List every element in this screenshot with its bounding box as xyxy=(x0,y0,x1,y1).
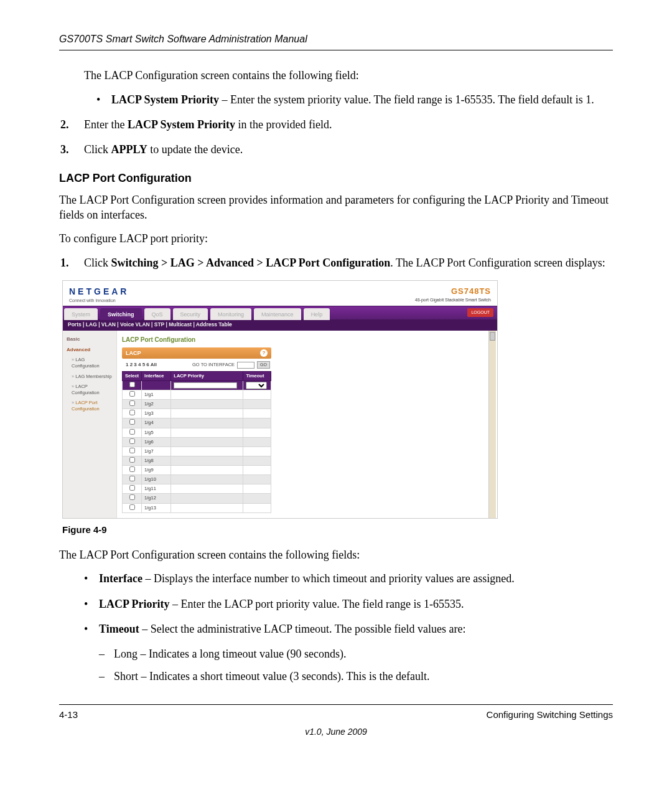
row-select-checkbox[interactable] xyxy=(129,448,135,453)
sidebar-advanced[interactable]: Advanced xyxy=(65,345,114,356)
step-2: 2. Enter the LACP System Priority in the… xyxy=(59,117,613,132)
sidebar-lag-config[interactable]: LAG Configuration xyxy=(65,355,114,371)
timeout-text: – Select the administrative LACP timeout… xyxy=(139,623,466,635)
row-select-checkbox[interactable] xyxy=(129,400,135,406)
table-row: 1/g11 xyxy=(123,484,271,494)
model-name: GS748TS xyxy=(415,286,491,297)
portcfg-paragraph: The LACP Port Configuration screen provi… xyxy=(59,192,613,223)
sidebar-lag-membership[interactable]: LAG Membership xyxy=(65,372,114,382)
step-1: 1. Click Switching > LAG > Advanced > LA… xyxy=(59,255,613,270)
row-select-checkbox[interactable] xyxy=(129,438,135,444)
field-lacp-priority: LACP Priority – Enter the LACP port prio… xyxy=(84,597,613,611)
row-timeout xyxy=(243,475,271,484)
step3-pre: Click xyxy=(84,143,111,156)
scrollbar[interactable] xyxy=(488,331,496,518)
row-timeout xyxy=(243,466,271,475)
row-lacp-priority xyxy=(171,428,243,437)
row-lacp-priority xyxy=(171,437,243,446)
logout-button[interactable]: LOGOUT xyxy=(467,308,493,316)
sys-priority-text: – Enter the system priority value. The f… xyxy=(219,93,594,106)
row-timeout xyxy=(243,446,271,456)
sidebar: Basic Advanced LAG Configuration LAG Mem… xyxy=(63,331,116,518)
timeout-select[interactable] xyxy=(246,382,267,389)
section-heading: LACP Port Configuration xyxy=(59,171,613,186)
scrollbar-thumb[interactable] xyxy=(490,332,495,341)
table-row: 1/g7 xyxy=(123,446,271,456)
sidebar-lacp-config[interactable]: LACP Configuration xyxy=(65,382,114,398)
step1b-pre: Click xyxy=(84,257,111,269)
goto-interface-input[interactable] xyxy=(237,362,254,369)
main-panel: LACP Port Configuration LACP ? 1 2 3 4 5… xyxy=(116,331,497,518)
step2-post: in the provided field. xyxy=(235,118,332,131)
row-interface: 1/g1 xyxy=(142,390,171,400)
lacp-priority-input[interactable] xyxy=(174,382,237,389)
tab-maintenance[interactable]: Maintenance xyxy=(254,308,301,320)
lacp-priority-text: – Enter the LACP port priority value. Th… xyxy=(169,598,464,610)
step2-pre: Enter the xyxy=(84,118,128,131)
field-bullet-sys-priority: LACP System Priority – Enter the system … xyxy=(96,92,613,107)
tab-help[interactable]: Help xyxy=(304,308,330,320)
row-select-checkbox[interactable] xyxy=(129,457,135,463)
tab-security[interactable]: Security xyxy=(173,308,208,320)
interface-label: Interface xyxy=(99,572,142,585)
timeout-label: Timeout xyxy=(99,623,139,635)
top-bar: NETGEAR Connect with Innovation GS748TS … xyxy=(63,281,497,306)
table-row: 1/g9 xyxy=(123,466,271,475)
tab-system[interactable]: System xyxy=(64,308,98,320)
row-select-checkbox[interactable] xyxy=(129,494,135,500)
step3-bold: APPLY xyxy=(111,143,147,156)
table-row: 1/g8 xyxy=(123,456,271,465)
table-row: 1/g5 xyxy=(123,428,271,437)
interface-text: – Displays the interface number to which… xyxy=(142,572,515,585)
row-lacp-priority xyxy=(171,475,243,484)
sys-priority-label: LACP System Priority xyxy=(111,93,219,106)
table-row: 1/g3 xyxy=(123,409,271,418)
row-timeout xyxy=(243,409,271,418)
select-all-checkbox[interactable] xyxy=(129,382,135,387)
row-select-checkbox[interactable] xyxy=(129,419,135,425)
toconf-paragraph: To configure LACP port priority: xyxy=(59,231,613,246)
row-lacp-priority xyxy=(171,400,243,409)
netgear-logo: NETGEAR xyxy=(69,286,129,298)
model-desc: 48-port Gigabit Stackable Smart Switch xyxy=(415,297,491,303)
step-number: 2. xyxy=(60,117,69,132)
figure-screenshot: NETGEAR Connect with Innovation GS748TS … xyxy=(62,280,498,519)
row-interface: 1/g8 xyxy=(142,456,171,465)
step2-bold: LACP System Priority xyxy=(128,118,235,131)
table-row: 1/g13 xyxy=(123,503,271,512)
tab-monitoring[interactable]: Monitoring xyxy=(210,308,251,320)
figure-caption: Figure 4-9 xyxy=(62,524,613,536)
lacp-section-bar: LACP ? xyxy=(122,347,271,359)
tab-qos[interactable]: QoS xyxy=(144,308,170,320)
table-header-row: Select Interface LACP Priority Timeout xyxy=(123,371,271,380)
field-timeout: Timeout – Select the administrative LACP… xyxy=(84,621,613,636)
row-interface: 1/g2 xyxy=(142,400,171,409)
sidebar-lacp-port-config[interactable]: LACP Port Configuration xyxy=(65,398,114,414)
row-timeout xyxy=(243,494,271,503)
help-icon[interactable]: ? xyxy=(260,349,268,357)
step-3: 3. Click APPLY to update the device. xyxy=(59,142,613,157)
tab-switching[interactable]: Switching xyxy=(100,308,142,320)
intro-paragraph: The LACP Configuration screen contains t… xyxy=(59,68,613,83)
row-timeout xyxy=(243,437,271,446)
pager-numbers[interactable]: 1 2 3 4 5 6 All xyxy=(126,362,157,369)
row-lacp-priority xyxy=(171,503,243,512)
content-area: Basic Advanced LAG Configuration LAG Mem… xyxy=(63,331,497,518)
go-button[interactable]: GO xyxy=(257,361,270,368)
table-row: 1/g12 xyxy=(123,494,271,503)
row-select-checkbox[interactable] xyxy=(129,429,135,435)
sidebar-basic[interactable]: Basic xyxy=(65,334,114,345)
row-interface: 1/g3 xyxy=(142,409,171,418)
sub-nav[interactable]: Ports | LAG | VLAN | Voice VLAN | STP | … xyxy=(63,319,497,330)
row-select-checkbox[interactable] xyxy=(129,476,135,481)
row-select-checkbox[interactable] xyxy=(129,391,135,397)
th-lacp-priority: LACP Priority xyxy=(171,371,243,380)
row-lacp-priority xyxy=(171,494,243,503)
row-select-checkbox[interactable] xyxy=(129,410,135,415)
row-select-checkbox[interactable] xyxy=(129,466,135,472)
row-lacp-priority xyxy=(171,390,243,400)
row-select-checkbox[interactable] xyxy=(129,504,135,510)
row-lacp-priority xyxy=(171,409,243,418)
panel-title: LACP Port Configuration xyxy=(122,336,492,344)
row-select-checkbox[interactable] xyxy=(129,485,135,491)
